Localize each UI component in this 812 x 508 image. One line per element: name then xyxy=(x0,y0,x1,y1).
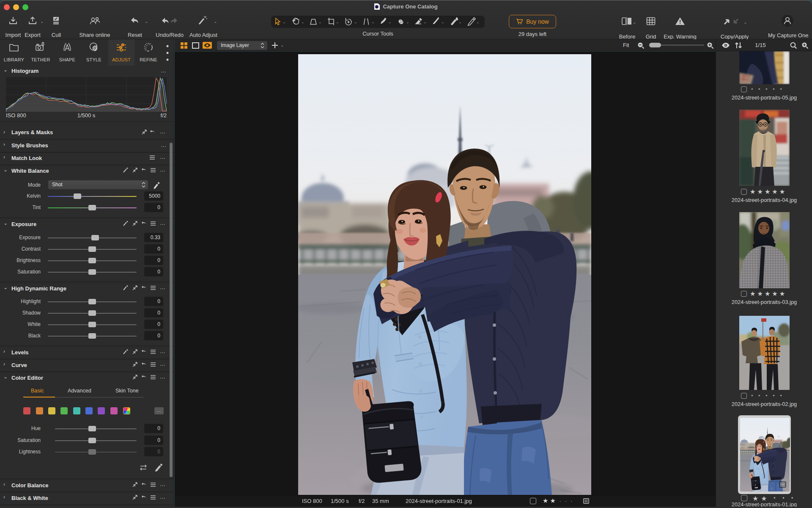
svg-text:⌄: ⌄ xyxy=(476,20,480,24)
svg-text:…: … xyxy=(160,349,165,354)
svg-text:⌄: ⌄ xyxy=(406,20,409,24)
svg-text:⌄: ⌄ xyxy=(388,20,392,24)
svg-text:…: … xyxy=(160,155,165,160)
svg-text:…: … xyxy=(160,482,165,487)
svg-text:⌄: ⌄ xyxy=(371,20,375,24)
svg-text:…: … xyxy=(160,167,165,173)
svg-text:…: … xyxy=(160,494,165,500)
svg-text:⌄: ⌄ xyxy=(423,20,427,24)
svg-text:⌄: ⌄ xyxy=(458,20,462,24)
svg-text:⌄: ⌄ xyxy=(441,20,444,24)
svg-text:⌄: ⌄ xyxy=(354,20,357,24)
svg-text:⌄: ⌄ xyxy=(318,20,322,24)
svg-text:…: … xyxy=(160,221,165,226)
svg-text:…: … xyxy=(160,285,165,290)
svg-text:⌄: ⌄ xyxy=(283,20,286,24)
svg-text:…: … xyxy=(160,362,165,367)
svg-text:…: … xyxy=(160,129,165,135)
svg-text:…: … xyxy=(160,374,165,380)
svg-text:⌄: ⌄ xyxy=(301,20,304,24)
svg-text:⌄: ⌄ xyxy=(336,20,339,24)
